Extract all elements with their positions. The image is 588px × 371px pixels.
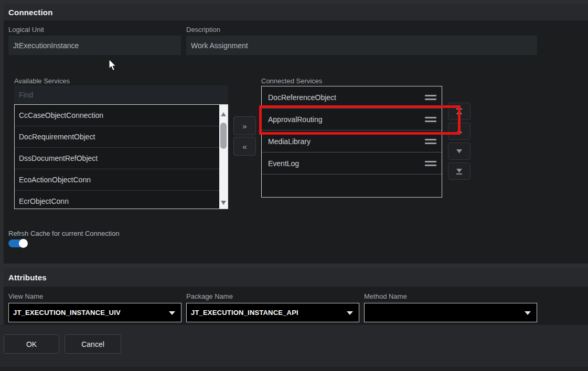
available-service-item[interactable]: DssDocumentRefObject	[15, 148, 219, 169]
package-name-label: Package Name	[186, 292, 233, 300]
double-chevron-left-icon: «	[242, 142, 247, 151]
move-up-icon	[456, 129, 463, 134]
available-services-list: CcCaseObjectConnection DocRequirementObj…	[14, 104, 228, 209]
available-service-item-label: EcoActionObjectConn	[19, 176, 91, 184]
cancel-button-label: Cancel	[81, 340, 104, 348]
connected-service-item[interactable]: EventLog	[262, 152, 442, 174]
available-service-item[interactable]: CcCaseObjectConnection	[15, 105, 219, 126]
connected-service-item[interactable]: ApprovalRouting	[262, 108, 442, 130]
refresh-cache-toggle[interactable]	[8, 239, 27, 247]
logical-unit-input[interactable]	[8, 36, 181, 55]
scroll-up-icon[interactable]	[221, 112, 226, 116]
connected-service-item-label: DocReferenceObject	[268, 93, 336, 102]
connected-service-item-label: ApprovalRouting	[268, 115, 323, 124]
method-name-dropdown[interactable]	[364, 303, 537, 322]
available-service-item-label: CcCaseObjectConnection	[19, 111, 103, 119]
view-name-value: JT_EXECUTION_INSTANCE_UIV	[13, 309, 121, 317]
attributes-title: Attributes	[8, 273, 47, 282]
description-label: Description	[186, 26, 220, 34]
add-service-button[interactable]: »	[233, 116, 256, 135]
attributes-panel-header: Attributes	[4, 268, 588, 287]
chevron-down-icon	[525, 311, 531, 315]
connected-service-item[interactable]: DocReferenceObject	[262, 86, 442, 108]
move-up-button[interactable]	[448, 123, 471, 140]
available-services-label: Available Services	[14, 77, 70, 85]
refresh-cache-label: Refrsh Cache for current Connection	[8, 230, 120, 237]
logical-unit-label: Logical Unit	[8, 26, 44, 34]
move-down-button[interactable]	[448, 143, 471, 160]
chevron-down-icon	[169, 311, 175, 315]
available-service-item-label: DssDocumentRefObject	[19, 154, 98, 162]
connection-panel-header: Connection	[4, 4, 588, 20]
connected-service-item-label: MediaLibrary	[268, 137, 311, 146]
connected-service-item-label: EventLog	[268, 159, 299, 168]
connection-panel: Connection Logical Unit Description Avai…	[4, 4, 588, 264]
move-to-top-icon	[456, 108, 463, 115]
scrollbar[interactable]	[219, 105, 228, 209]
drag-handle-icon[interactable]	[425, 139, 436, 144]
scroll-down-icon[interactable]	[221, 201, 226, 205]
move-to-bottom-icon	[456, 168, 463, 174]
move-down-icon	[456, 149, 463, 154]
ok-button-label: OK	[26, 340, 37, 348]
connected-services-label: Connected Services	[261, 77, 322, 85]
available-service-item-label: EcrObjectConn	[19, 197, 69, 205]
package-name-value: JT_EXECUTION_INSTANCE_API	[191, 309, 298, 317]
connected-services-list: DocReferenceObject ApprovalRouting Media…	[261, 86, 442, 198]
connection-title: Connection	[8, 8, 53, 17]
toggle-knob	[19, 239, 28, 248]
drag-handle-icon[interactable]	[425, 95, 436, 100]
footer-area: OK Cancel	[0, 325, 588, 371]
find-input[interactable]	[14, 85, 228, 104]
view-name-label: View Name	[8, 292, 43, 300]
available-service-item[interactable]: EcrObjectConn	[15, 191, 219, 209]
connected-service-item[interactable]: MediaLibrary	[262, 130, 442, 152]
remove-service-button[interactable]: «	[233, 137, 256, 156]
chevron-down-icon	[347, 311, 353, 315]
description-input[interactable]	[186, 36, 537, 55]
drag-handle-icon[interactable]	[425, 117, 436, 122]
view-name-dropdown[interactable]: JT_EXECUTION_INSTANCE_UIV	[8, 303, 181, 322]
attributes-panel: Attributes View Name JT_EXECUTION_INSTAN…	[4, 268, 588, 325]
bottom-strip	[0, 367, 588, 371]
available-service-item[interactable]: DocRequirementObject	[15, 126, 219, 148]
scrollbar-thumb[interactable]	[220, 123, 227, 149]
package-name-dropdown[interactable]: JT_EXECUTION_INSTANCE_API	[186, 303, 359, 322]
move-to-bottom-button[interactable]	[448, 162, 471, 180]
available-service-item-label: DocRequirementObject	[19, 133, 95, 141]
ok-button[interactable]: OK	[4, 334, 59, 354]
move-to-top-button[interactable]	[448, 103, 471, 120]
available-service-item[interactable]: EcoActionObjectConn	[15, 169, 219, 191]
double-chevron-right-icon: »	[242, 122, 247, 130]
cancel-button[interactable]: Cancel	[65, 334, 121, 354]
drag-handle-icon[interactable]	[425, 161, 436, 166]
method-name-label: Method Name	[364, 292, 407, 300]
